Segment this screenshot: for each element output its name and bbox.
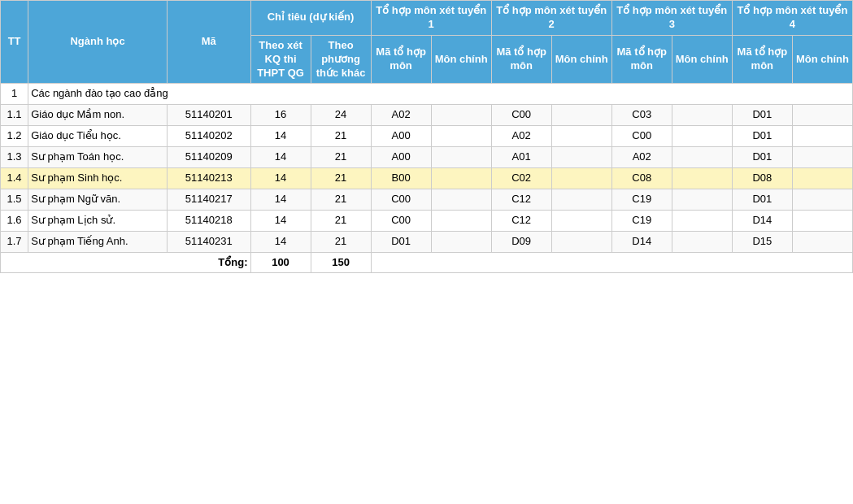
cell-nganh: Giáo dục Tiểu học. xyxy=(28,126,168,147)
cell-ma2: A01 xyxy=(491,147,551,168)
cell-mon4 xyxy=(792,147,852,168)
table-row: 1.7 Sư phạm Tiếng Anh. 51140231 14 21 D0… xyxy=(1,231,853,252)
cell-theo-xet: 14 xyxy=(250,210,311,231)
table-row: 1.2 Giáo dục Tiểu học. 51140202 14 21 A0… xyxy=(1,126,853,147)
cell-mon3 xyxy=(672,231,732,252)
cell-nganh: Sư phạm Tiếng Anh. xyxy=(28,231,168,252)
cell-mon1 xyxy=(431,210,491,231)
cell-tt: 1.7 xyxy=(1,231,28,252)
cell-mon3 xyxy=(672,147,732,168)
cell-ma1: A00 xyxy=(371,126,431,147)
cell-theo-xet: 14 xyxy=(250,189,311,210)
cell-ma1: C00 xyxy=(371,189,431,210)
cell-ma3: C03 xyxy=(611,105,672,126)
total-theo-pt: 150 xyxy=(311,252,371,273)
cell-ma3: C00 xyxy=(611,126,672,147)
col-theo-xet: Theo xét KQ thi THPT QG xyxy=(250,35,311,84)
table-row: 1.4 Sư phạm Sinh học. 51140213 14 21 B00… xyxy=(1,168,853,189)
cell-mon4 xyxy=(792,126,852,147)
cell-ma4: D01 xyxy=(732,126,792,147)
col-mon-chinh-3: Môn chính xyxy=(672,35,732,84)
cell-ma2: C12 xyxy=(491,210,551,231)
col-to-hop-1: Tổ hợp môn xét tuyển 1 xyxy=(371,1,491,36)
col-chi-tieu: Chỉ tiêu (dự kiến) xyxy=(250,1,371,36)
admission-table: TT Ngành học Mã Chỉ tiêu (dự kiến) Tổ hợ… xyxy=(0,0,853,273)
total-row: Tổng: 100 150 xyxy=(1,252,853,273)
cell-mon2 xyxy=(551,168,611,189)
cell-ma3: A02 xyxy=(611,147,672,168)
cell-ma1: D01 xyxy=(371,231,431,252)
cell-mon2 xyxy=(551,189,611,210)
cell-ma4: D08 xyxy=(732,168,792,189)
cell-ma4: D15 xyxy=(732,231,792,252)
cell-theo-pt: 21 xyxy=(311,126,371,147)
cell-ma1: C00 xyxy=(371,210,431,231)
col-to-hop-3: Tổ hợp môn xét tuyển 3 xyxy=(611,1,732,36)
cell-ma3: C19 xyxy=(611,189,672,210)
cell-ma: 51140201 xyxy=(168,105,251,126)
cell-ma2: A02 xyxy=(491,126,551,147)
cell-mon1 xyxy=(431,126,491,147)
cell-ma3: C19 xyxy=(611,210,672,231)
cell-ma2: D09 xyxy=(491,231,551,252)
col-to-hop-4: Tổ hợp môn xét tuyển 4 xyxy=(732,1,852,36)
cell-ma: 51140209 xyxy=(168,147,251,168)
cell-nganh: Sư phạm Sinh học. xyxy=(28,168,168,189)
table-row: 1.6 Sư phạm Lịch sử. 51140218 14 21 C00 … xyxy=(1,210,853,231)
cell-ma4: D01 xyxy=(732,147,792,168)
table-row: 1.1 Giáo dục Mầm non. 51140201 16 24 A02… xyxy=(1,105,853,126)
table-row: 1 Các ngành đào tạo cao đẳng xyxy=(1,84,853,105)
cell-mon4 xyxy=(792,168,852,189)
col-mon-chinh-4: Môn chính xyxy=(792,35,852,84)
cell-theo-pt: 21 xyxy=(311,210,371,231)
cell-theo-pt: 21 xyxy=(311,189,371,210)
total-label: Tổng: xyxy=(1,252,251,273)
cell-theo-pt: 21 xyxy=(311,168,371,189)
cell-tt: 1.4 xyxy=(1,168,28,189)
cell-mon3 xyxy=(672,105,732,126)
cell-nganh: Sư phạm Toán học. xyxy=(28,147,168,168)
total-theo-xet: 100 xyxy=(250,252,311,273)
cell-mon2 xyxy=(551,231,611,252)
cell-tt: 1.6 xyxy=(1,210,28,231)
col-ma-to-hop-4: Mã tổ hợp môn xyxy=(732,35,792,84)
cell-mon2 xyxy=(551,126,611,147)
cell-tt: 1.3 xyxy=(1,147,28,168)
cell-nganh: Giáo dục Mầm non. xyxy=(28,105,168,126)
cell-mon4 xyxy=(792,189,852,210)
col-to-hop-2: Tổ hợp môn xét tuyển 2 xyxy=(491,1,611,36)
cell-mon2 xyxy=(551,210,611,231)
col-ma-to-hop-2: Mã tổ hợp môn xyxy=(491,35,551,84)
cell-nganh: Sư phạm Lịch sử. xyxy=(28,210,168,231)
cell-ma: 51140213 xyxy=(168,168,251,189)
col-mon-chinh-2: Môn chính xyxy=(551,35,611,84)
cell-tt: 1.2 xyxy=(1,126,28,147)
cell-theo-xet: 14 xyxy=(250,231,311,252)
header-row-1: TT Ngành học Mã Chỉ tiêu (dự kiến) Tổ hợ… xyxy=(1,1,853,36)
cell-tt: 1.1 xyxy=(1,105,28,126)
table-row: 1.5 Sư phạm Ngữ văn. 51140217 14 21 C00 … xyxy=(1,189,853,210)
cell-mon4 xyxy=(792,210,852,231)
cell-mon3 xyxy=(672,168,732,189)
cell-ma: 51140202 xyxy=(168,126,251,147)
cell-ma1: A00 xyxy=(371,147,431,168)
cell-theo-pt: 24 xyxy=(311,105,371,126)
cell-ma3: C08 xyxy=(611,168,672,189)
cell-mon1 xyxy=(431,168,491,189)
cell-mon1 xyxy=(431,105,491,126)
cell-ma: 51140218 xyxy=(168,210,251,231)
cell-tt: 1 xyxy=(1,84,28,105)
col-theo-pt: Theo phương thức khác xyxy=(311,35,371,84)
cell-theo-xet: 14 xyxy=(250,168,311,189)
cell-mon2 xyxy=(551,147,611,168)
cell-theo-xet: 14 xyxy=(250,147,311,168)
cell-mon3 xyxy=(672,126,732,147)
cell-theo-xet: 16 xyxy=(250,105,311,126)
cell-mon2 xyxy=(551,105,611,126)
cell-theo-xet: 14 xyxy=(250,126,311,147)
cell-mon4 xyxy=(792,105,852,126)
table-row: 1.3 Sư phạm Toán học. 51140209 14 21 A00… xyxy=(1,147,853,168)
cell-ma3: D14 xyxy=(611,231,672,252)
cell-ma4: D14 xyxy=(732,210,792,231)
col-ma-to-hop-3: Mã tổ hợp môn xyxy=(611,35,672,84)
